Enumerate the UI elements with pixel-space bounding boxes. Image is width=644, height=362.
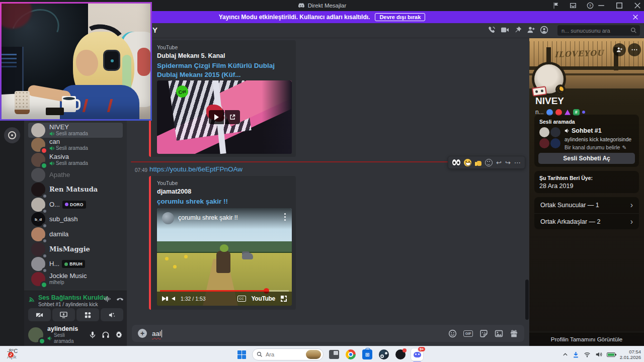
taskbar-app-store[interactable]: ⊞ [361, 348, 373, 360]
profile-avatar[interactable] [534, 64, 564, 94]
grin-emoji-reaction[interactable] [464, 159, 471, 166]
video-thumbnail[interactable]: Cw [157, 80, 292, 154]
tray-chevron-icon[interactable] [562, 352, 568, 357]
eyes-emoji-reaction[interactable] [452, 159, 460, 165]
dm-list-item[interactable]: Apathe [28, 167, 123, 183]
discord-unread-badge: 9+ [417, 346, 426, 352]
mutual-friends-row[interactable]: Ortak Arkadaşlar — 2› [534, 213, 639, 229]
youtube-wordmark[interactable]: YouTube [252, 295, 275, 302]
reply-icon[interactable]: ↩ [496, 159, 502, 166]
dm-list-item[interactable]: H... BRUH [28, 256, 123, 272]
wifi-icon[interactable] [584, 351, 591, 358]
message-link[interactable]: https://youtu.be/6eEptFPnOAw [149, 165, 243, 173]
dm-list-item[interactable]: can Sesli aramada [28, 138, 123, 153]
noise-suppression-icon[interactable] [104, 295, 111, 303]
settings-gear-icon[interactable] [115, 331, 123, 339]
account-avatar[interactable] [28, 327, 43, 342]
dm-list-item[interactable]: MisMaggie [28, 242, 123, 257]
dm-list-item[interactable]: NIVEY Sesli aramada [28, 123, 123, 138]
battery-icon[interactable] [607, 352, 615, 357]
server-icon[interactable] [4, 127, 20, 143]
view-full-profile-button[interactable]: Profilin Tamamını Görüntüle [529, 332, 644, 346]
tray-download-icon[interactable] [573, 351, 579, 358]
profile-more-button[interactable] [628, 43, 641, 56]
dm-subtitle: mlhelp [49, 280, 64, 286]
soundboard-button[interactable] [101, 308, 123, 321]
search-highlight-image[interactable] [306, 350, 321, 359]
start-button[interactable] [235, 348, 248, 360]
youtube-player[interactable]: çorumlu shrek şakir !! 1:32 / 1:53 CC Yo… [157, 208, 292, 306]
dm-username: can [49, 138, 60, 145]
mic-icon[interactable] [89, 331, 97, 339]
flag-icon[interactable] [552, 2, 559, 9]
emoji-icon[interactable] [448, 329, 457, 338]
activities-button[interactable] [76, 308, 99, 321]
add-friend-button[interactable] [613, 43, 626, 56]
taskbar-app-explorer[interactable] [328, 348, 340, 360]
streamer-mode-disable-button[interactable]: Devre dışı bırak [375, 13, 425, 21]
forward-icon[interactable]: ↪ [505, 159, 511, 166]
sticker-icon[interactable] [479, 329, 488, 338]
dm-list-item[interactable]: damila [28, 227, 123, 242]
volume-icon[interactable] [595, 351, 602, 358]
player-menu-icon[interactable] [284, 213, 286, 215]
video-call-icon[interactable] [501, 26, 509, 34]
taskbar-search[interactable] [252, 348, 324, 360]
voice-call-icon[interactable] [488, 26, 496, 34]
voice-channel-label[interactable]: Sohbet #1 / aylindenis kick [38, 302, 107, 307]
more-options-icon[interactable]: ⋯ [514, 159, 521, 166]
join-voice-button[interactable]: Sesli Sohbeti Aç [538, 153, 635, 164]
inbox-icon[interactable] [570, 2, 577, 9]
embed-title-link[interactable]: Spiderman Çizgi Film Küfürlü Dublaj Dubl… [157, 61, 291, 79]
chat-scrollbar-thumb[interactable] [525, 280, 529, 320]
dm-username: O... [49, 201, 60, 208]
tray-clock[interactable]: 07:54 2.01.2026 [620, 349, 641, 360]
banner-close-icon[interactable] [632, 14, 639, 21]
user-profile-icon[interactable] [540, 26, 548, 34]
dm-list-item[interactable]: Kasiva Sesli aramada [28, 152, 123, 167]
embed-title-link[interactable]: çorumlu shrek şakir !! [157, 197, 291, 206]
gif-icon[interactable]: GIF [463, 330, 473, 337]
disconnect-call-icon[interactable] [116, 295, 124, 303]
captions-icon[interactable]: CC [237, 296, 246, 302]
add-reaction-icon[interactable] [485, 159, 493, 166]
camera-button[interactable] [28, 308, 51, 321]
minimize-button[interactable] [598, 2, 605, 9]
add-friend-icon[interactable] [527, 26, 535, 34]
taskbar-app-discord[interactable]: 9+ [411, 348, 423, 360]
close-button[interactable] [634, 2, 641, 9]
taskbar-app-steam[interactable] [378, 348, 390, 360]
fullscreen-icon[interactable] [281, 296, 287, 302]
player-volume-icon[interactable] [172, 297, 175, 301]
taskbar-app-notification[interactable] [394, 348, 407, 360]
message-input[interactable]: + aal GIF [132, 325, 524, 342]
dm-list-item[interactable]: Jockle Music mlhelp [28, 272, 123, 287]
player-play-icon[interactable] [162, 296, 166, 301]
play-button[interactable] [209, 110, 224, 124]
weather-widget[interactable]: 2 -8°C Açık [4, 348, 18, 359]
taskbar-search-input[interactable] [266, 351, 301, 357]
thumbsup-emoji-reaction[interactable] [475, 159, 481, 166]
badge-triangle-icon[interactable] [565, 110, 571, 115]
channel-avatar[interactable] [162, 212, 174, 224]
screenshare-button[interactable] [52, 308, 75, 321]
help-icon[interactable]: ? [587, 2, 594, 9]
attach-plus-icon[interactable]: + [138, 329, 147, 338]
mutual-servers-row[interactable]: Ortak Sunucular — 1› [534, 197, 639, 213]
player-video-title[interactable]: çorumlu shrek şakir !! [178, 214, 238, 221]
search-input[interactable] [557, 25, 640, 36]
voice-speaker-icon [565, 128, 570, 133]
maximize-button[interactable] [616, 2, 623, 9]
dm-list-item[interactable]: O... DORO [28, 197, 123, 212]
badge-wreath-icon[interactable] [582, 111, 585, 114]
pencil-icon[interactable]: ✎ [622, 144, 626, 150]
gift-icon[interactable] [510, 329, 518, 338]
popout-button[interactable] [225, 110, 240, 124]
dm-list-item[interactable]: b_d sub_dash [28, 212, 123, 227]
taskbar-app-chrome[interactable] [345, 348, 357, 360]
dm-username: sub_dash [49, 216, 77, 223]
image-icon[interactable] [495, 329, 503, 338]
headphones-icon[interactable] [102, 331, 110, 339]
dm-list-item[interactable]: Ren Matsuda [28, 182, 123, 197]
pin-icon[interactable] [514, 26, 522, 34]
